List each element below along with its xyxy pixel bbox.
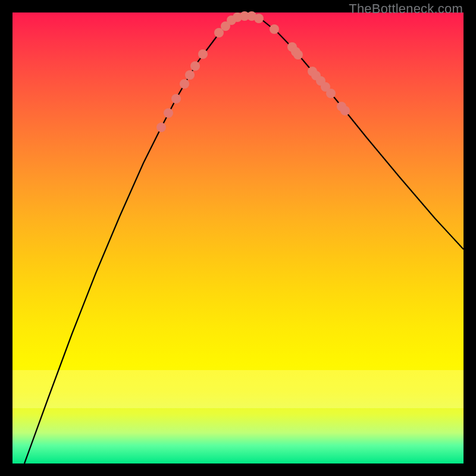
- highlight-dot: [190, 61, 200, 71]
- highlight-dot: [180, 79, 189, 89]
- highlight-dot: [185, 70, 195, 80]
- highlight-dot: [326, 89, 336, 98]
- chart-svg: [12, 12, 464, 464]
- highlight-dot: [270, 24, 279, 34]
- highlight-dot: [156, 123, 166, 132]
- highlight-dot: [254, 14, 264, 23]
- highlight-dot: [164, 108, 173, 118]
- highlight-dots-group: [156, 11, 350, 132]
- watermark: TheBottleneck.com: [349, 1, 463, 17]
- highlight-dot: [171, 94, 181, 104]
- bottleneck-curve: [24, 16, 464, 464]
- highlight-dot: [198, 49, 208, 59]
- highlight-dot: [293, 50, 303, 60]
- highlight-dot: [340, 106, 350, 115]
